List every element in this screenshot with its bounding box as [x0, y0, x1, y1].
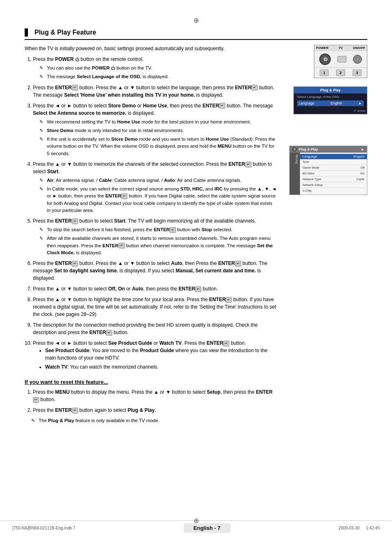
enter-symbol: ↵ [226, 297, 232, 303]
enter-symbol: ↵ [33, 397, 39, 403]
reset-step-2: Press the ENTER↵ button again to select … [33, 406, 277, 414]
note-icon: ✎ [39, 186, 45, 193]
remote-onoff-label: ON/OFF [353, 46, 365, 50]
remote-btn-3: 3 [353, 70, 362, 76]
enter-symbol: ↵ [245, 162, 251, 167]
enter-symbol: ↵ [219, 103, 225, 109]
enter-symbol: ↵ [170, 227, 176, 233]
bullet-product-guide: See Product Guide: You are moved to the … [45, 347, 277, 362]
osd-lang-value: English [331, 101, 342, 105]
osd-title-text: Plug & Play [320, 88, 341, 92]
note-icon: ✎ [39, 73, 45, 80]
step-3-note-3: ✎ If the unit is accidentally set to Sto… [39, 136, 277, 157]
note-icon: ✎ [39, 136, 45, 143]
step-5: Press the ENTER↵ button to select Start.… [33, 217, 277, 256]
osd-arrow: ► [359, 101, 362, 105]
setup-item-networksetup: Network Setup [302, 182, 364, 188]
step-4-note-1: ✎ Air: Air antenna signal. / Cable: Cabl… [39, 177, 277, 184]
osd-title-bar: Plug & Play [294, 87, 367, 93]
footer-right: 2009-03-30 1:42:45 [339, 525, 380, 531]
setup-body: Setup Language English Time Game ModeOff [290, 153, 367, 195]
remote-btn-2: 2 [336, 70, 345, 76]
remote-tv-label: TV [339, 46, 343, 50]
step-10: Press the ◄ or ► button to select See Pr… [33, 339, 277, 371]
step-5-note-2: ✎ After all the available channels are s… [39, 235, 277, 256]
subsection-title: If you want to reset this feature... [25, 379, 277, 385]
step-7: Press the ▲ or ▼ button to select Off, O… [33, 285, 277, 293]
header-crosshair: ⊕ [25, 16, 367, 24]
setup-item-highlight: Language English [300, 154, 367, 159]
step-3-note-2: ✎ Store Demo mode is only intended for u… [39, 127, 277, 134]
enter-symbol: ↵ [106, 330, 112, 336]
step-3: Press the ◄ or ► button to select Store … [33, 102, 277, 157]
note-icon: ✎ [39, 118, 45, 125]
note-icon: ✎ [39, 235, 45, 242]
title-bar-decoration [25, 28, 28, 37]
reset-steps-list: Press the MENU button to display the men… [33, 388, 277, 414]
note-icon: ✎ [39, 226, 45, 233]
enter-symbol: ↵ [72, 218, 78, 224]
setup-item-bdwise: BD WiseOn [302, 171, 364, 176]
enter-symbol: ↵ [251, 85, 258, 91]
reset-step-1: Press the MENU button to display the men… [33, 388, 277, 403]
osd-lang-label: Language [299, 101, 314, 105]
remote-control-image: POWER TV ON/OFF ⏻ ○ 1 2 3 [314, 45, 367, 78]
footer-center: English - 7 [184, 523, 231, 533]
footer-crosshair: ⊕ [194, 517, 199, 525]
setup-item-networktype: Network TypeCable [302, 176, 364, 182]
osd-body: Select Language of the OSD. Language Eng… [294, 93, 367, 108]
setup-header: ⚙ Plug & Play ► [290, 146, 367, 153]
note-icon: ✎ [39, 65, 45, 72]
footer-left: [750-NA]BN68-02111B-Eng.indb 7 [12, 526, 75, 530]
setup-sidebar: Setup [290, 153, 300, 195]
step-4-note-2: ✎ In Cable mode, you can select the corr… [39, 186, 277, 214]
step-1-note-1: ✎ You can also use the POWER ⏻ button on… [39, 65, 277, 72]
step-10-bullets: See Product Guide: You are moved to the … [45, 347, 277, 371]
setup-arrow-right: ► [361, 147, 364, 151]
enter-symbol: ↵ [119, 243, 125, 248]
step-4: Press the ▲ or ▼ button to memorize the … [33, 160, 277, 214]
intro-text: When the TV is initially powered on, bas… [25, 45, 277, 52]
setup-icon: ⚙ [292, 147, 297, 152]
setup-item-vchip: V-Chip [302, 188, 364, 193]
step-1-note-2: ✎ The message Select Language of the OSD… [39, 73, 277, 80]
step-5-note-1: ✎ To stop the search before it has finis… [39, 226, 277, 233]
enter-symbol: ↵ [195, 286, 201, 292]
step-8: Press the ▲ or ▼ button to highlight the… [33, 296, 277, 318]
section-title-text: Plug & Play Feature [35, 29, 96, 36]
page-container: ⊕ Plug & Play Feature When the TV is ini… [0, 0, 392, 541]
enter-symbol: ↵ [121, 193, 127, 199]
main-content: When the TV is initially powered on, bas… [25, 45, 277, 426]
step-9: The description for the connection metho… [33, 321, 277, 336]
setup-item-time: Time [302, 159, 364, 165]
note-icon: ✎ [39, 127, 45, 134]
step-1: Press the POWER ⏻ button on the remote c… [33, 56, 277, 81]
remote-power-label: POWER [316, 46, 328, 50]
enter-symbol: ↵ [223, 341, 229, 346]
enter-symbol: ↵ [72, 261, 78, 267]
note-icon: ✎ [31, 417, 37, 424]
step-6: Press the ENTER↵ button. Press the ▲ or … [33, 260, 277, 282]
remote-onoff-btn: ○ [353, 55, 362, 64]
steps-list: Press the POWER ⏻ button on the remote c… [33, 56, 277, 371]
section-title: Plug & Play Feature [25, 28, 367, 40]
step-3-note-1: ✎ We recommend setting the TV to Home Us… [39, 118, 277, 125]
setup-title: Plug & Play [299, 147, 318, 151]
reset-note: ✎ The Plug & Play feature is only availa… [31, 417, 277, 424]
setup-screen: ⚙ Plug & Play ► Setup Language English [289, 146, 367, 195]
enter-symbol: ↵ [72, 85, 78, 91]
enter-symbol: ↵ [235, 261, 241, 267]
footer-center-text: English - 7 [194, 525, 221, 531]
remote-tv-btn [337, 56, 346, 63]
setup-item-gamemode: Game ModeOff [302, 165, 364, 171]
bullet-watch-tv: Watch TV: You can watch the memorized ch… [45, 363, 277, 371]
remote-btn-1: 1 [320, 70, 329, 76]
osd-subtitle: Select Language of the OSD. [297, 95, 364, 100]
osd-lang-row: Language English ► [297, 100, 364, 106]
step-2: Press the ENTER↵ button. Press the ▲ or … [33, 84, 277, 99]
remote-power-btn: ⏻ [319, 53, 331, 65]
note-icon: ✎ [39, 177, 45, 184]
setup-items: Language English Time Game ModeOff BD Wi… [300, 153, 367, 195]
osd-screen: Plug & Play Select Language of the OSD. … [293, 86, 367, 114]
osd-enter: ↵ Enter [294, 108, 367, 114]
